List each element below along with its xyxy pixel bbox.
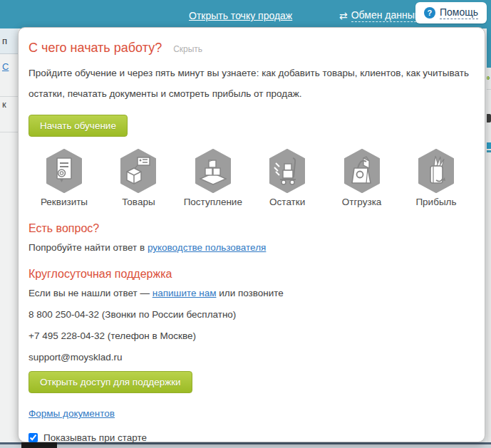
background-page-left-strip: п С к	[0, 28, 18, 443]
feature-products[interactable]: Товары	[103, 149, 174, 207]
feature-label: Товары	[122, 197, 155, 207]
feature-label: Реквизиты	[41, 197, 88, 207]
question-text-before: Попробуйте найти ответ в	[29, 242, 148, 253]
support-text-after: или позвоните	[216, 288, 283, 298]
divider	[0, 96, 18, 97]
feature-label: Отгрузка	[342, 197, 382, 207]
divider	[487, 89, 491, 90]
user-manual-link[interactable]: руководстве пользователя	[148, 242, 266, 253]
support-email: support@moysklad.ru	[29, 352, 475, 363]
background-text-fragment: п	[2, 36, 7, 46]
shopping-bag-icon	[342, 149, 382, 193]
feature-label: Остатки	[269, 197, 305, 207]
product-box-icon	[118, 149, 158, 193]
dialog-title: С чего начать работу?	[29, 41, 162, 56]
start-training-button[interactable]: Начать обучение	[29, 115, 128, 137]
phone-moscow-line: +7 495 228-04-32 (телефон в Москве)	[29, 330, 475, 341]
hide-link[interactable]: Скрыть	[173, 44, 202, 54]
divider	[487, 150, 491, 152]
pallet-boxes-icon	[193, 149, 233, 193]
background-text-fragment: к	[2, 99, 6, 110]
question-heading: Есть вопрос?	[29, 222, 475, 235]
background-header-fragment	[487, 28, 491, 68]
support-heading: Круглосуточная поддержка	[29, 268, 475, 281]
feature-receiving[interactable]: Поступление	[177, 149, 249, 207]
feature-stock[interactable]: Остатки	[252, 149, 323, 207]
background-bottom-bar	[0, 442, 491, 448]
question-text: Попробуйте найти ответ в руководстве пол…	[29, 242, 475, 253]
divider	[0, 132, 18, 132]
show-on-start-checkbox[interactable]	[29, 433, 38, 442]
help-label: Помощь	[440, 6, 478, 19]
open-support-access-button[interactable]: Открыть доступ для поддержки	[29, 371, 192, 393]
background-link-fragment: С	[2, 61, 9, 72]
support-text-before: Если вы не нашли ответ —	[29, 288, 153, 298]
feature-requisites[interactable]: Реквизиты	[29, 149, 100, 207]
feature-profit[interactable]: Прибыль	[400, 149, 472, 207]
top-header-bar: Открыть точку продаж ⇄ Обмен данными ▼ ?…	[0, 0, 491, 28]
getting-started-dialog: С чего начать работу? Скрыть Пройдите об…	[18, 27, 485, 442]
show-on-start-label[interactable]: Показывать при старте	[43, 432, 147, 443]
phone-free-line: 8 800 250-04-32 (Звонки по России беспла…	[29, 309, 475, 320]
open-pos-link[interactable]: Открыть точку продаж	[189, 10, 292, 21]
intro-text: Пройдите обучение и через пять минут вы …	[29, 63, 475, 104]
exchange-arrows-icon: ⇄	[339, 11, 348, 21]
feature-icons-row: Реквизиты Товары	[29, 149, 472, 207]
background-page-right-strip: »	[487, 28, 491, 443]
gear-icon	[487, 114, 491, 123]
feature-label: Поступление	[184, 197, 242, 207]
document-seal-icon	[44, 149, 84, 193]
collapse-chevron-fragment: »	[487, 73, 490, 83]
background-bottom-fragment	[21, 442, 57, 448]
question-mark-icon: ?	[424, 7, 435, 19]
support-intro-line: Если вы не нашли ответ — напишите нам ил…	[29, 288, 475, 298]
background-blue-fragment	[487, 142, 491, 149]
document-forms-link[interactable]: Формы документов	[29, 408, 115, 419]
show-on-start-row: Показывать при старте	[29, 432, 475, 443]
feature-label: Прибыль	[415, 197, 456, 207]
wallet-money-icon	[416, 149, 456, 193]
handcart-icon	[267, 149, 307, 193]
write-us-link[interactable]: напишите нам	[153, 288, 217, 298]
feature-shipping[interactable]: Отгрузка	[326, 149, 398, 207]
help-tab[interactable]: ? Помощь	[415, 2, 487, 24]
